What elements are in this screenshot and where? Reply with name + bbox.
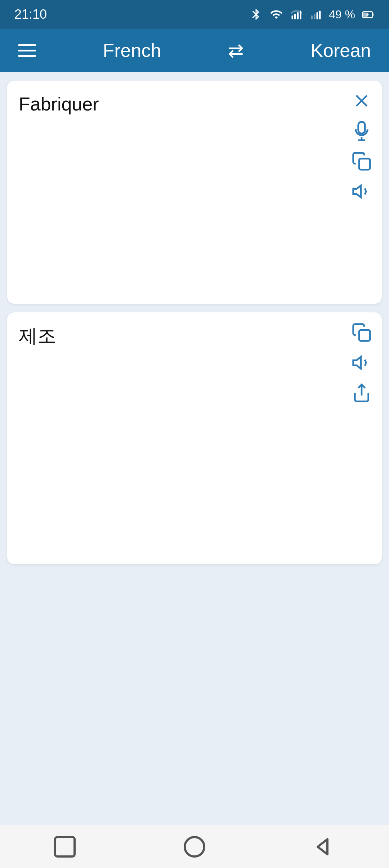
target-speak-button[interactable] [352, 353, 372, 373]
clear-button[interactable] [352, 91, 372, 111]
svg-rect-17 [55, 837, 75, 856]
status-bar: 21:10 49 % [0, 0, 389, 29]
signal2-icon [309, 8, 322, 21]
source-language-label[interactable]: French [103, 40, 161, 61]
signal-icon [290, 8, 303, 21]
hamburger-line [18, 55, 36, 57]
source-copy-button[interactable] [352, 151, 372, 171]
svg-rect-15 [359, 330, 370, 341]
battery-icon [362, 8, 375, 21]
microphone-button[interactable] [352, 121, 372, 141]
menu-button[interactable] [18, 44, 36, 57]
target-copy-button[interactable] [352, 322, 372, 343]
svg-rect-4 [311, 15, 313, 19]
svg-rect-5 [314, 14, 316, 19]
nav-bar [0, 825, 389, 868]
svg-rect-3 [300, 11, 301, 19]
home-button[interactable] [182, 834, 207, 860]
recent-apps-button[interactable] [52, 834, 78, 860]
svg-marker-19 [318, 839, 327, 854]
source-speak-button[interactable] [352, 181, 372, 202]
target-text: 제조 [19, 325, 56, 346]
swap-languages-icon[interactable]: ⇄ [228, 40, 244, 61]
svg-point-13 [361, 139, 363, 140]
svg-rect-2 [297, 12, 299, 19]
toolbar: French ⇄ Korean [0, 29, 389, 72]
target-language-label[interactable]: Korean [310, 40, 371, 61]
source-action-icons [352, 91, 372, 202]
svg-rect-1 [294, 14, 296, 19]
hamburger-line [18, 44, 36, 46]
status-time: 21:10 [14, 7, 47, 22]
bluetooth-icon [250, 8, 263, 21]
target-card: 제조 [7, 312, 382, 564]
status-icons: 49 % [250, 8, 375, 21]
back-button[interactable] [311, 834, 337, 860]
main-content: Fabriquer [0, 72, 389, 573]
target-action-icons [352, 322, 372, 403]
source-card: Fabriquer [7, 81, 382, 304]
svg-rect-14 [359, 159, 370, 169]
svg-rect-6 [317, 12, 318, 19]
hamburger-line [18, 50, 36, 51]
target-share-button[interactable] [352, 383, 372, 403]
source-text[interactable]: Fabriquer [19, 94, 99, 114]
svg-rect-0 [292, 15, 294, 19]
battery-text: 49 % [329, 8, 355, 21]
svg-rect-9 [372, 13, 374, 16]
wifi-icon [269, 8, 283, 21]
svg-rect-7 [319, 11, 321, 19]
svg-point-18 [185, 837, 204, 856]
